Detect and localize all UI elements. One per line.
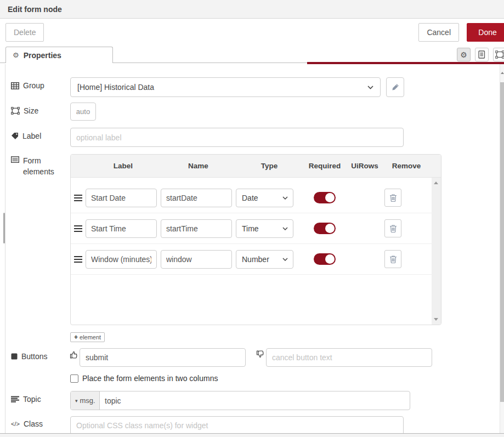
group-select[interactable]: [Home] Historical Data — [70, 77, 381, 97]
group-field-label: Group — [11, 81, 44, 90]
square-icon — [11, 353, 18, 360]
properties-form: Group [Home] Historical Data Size auto L… — [5, 64, 504, 433]
topic-value[interactable]: topic — [100, 396, 121, 405]
appearance-tab-button[interactable] — [493, 48, 504, 61]
element-name-input[interactable] — [161, 189, 232, 207]
thumbs-down-icon — [256, 350, 265, 359]
form-element-row: Number — [71, 244, 441, 275]
tag-icon — [11, 132, 19, 140]
gear-icon: ⚙ — [13, 51, 19, 59]
tray-footer — [0, 433, 504, 437]
delete-button[interactable]: Delete — [5, 23, 44, 42]
scroll-up-icon[interactable] — [501, 72, 504, 74]
topic-prefix-label: msg. — [80, 396, 95, 405]
page-scrollbar[interactable] — [500, 64, 504, 433]
remove-element-button[interactable] — [384, 219, 401, 237]
plus-icon: + — [74, 333, 78, 341]
col-label: Label — [86, 162, 161, 170]
list-icon — [11, 156, 19, 163]
element-label-input[interactable] — [86, 219, 157, 238]
label-input[interactable] — [70, 128, 404, 147]
cancel-button-text-input[interactable] — [266, 348, 432, 367]
red-accent-line — [307, 62, 504, 64]
required-toggle[interactable] — [314, 253, 336, 265]
tab-properties-label: Properties — [24, 51, 61, 60]
remove-element-button[interactable] — [384, 250, 401, 268]
scroll-down-icon[interactable] — [434, 318, 438, 321]
form-elements-header: Label Name Type Required UiRows Remove — [71, 155, 441, 178]
form-elements-body: Date Time — [71, 178, 441, 325]
form-element-row: Time — [71, 213, 441, 244]
col-uirows: UiRows — [347, 162, 383, 170]
label-field-label: Label — [11, 132, 41, 140]
table-grid-icon — [11, 82, 19, 89]
chevron-down-icon — [282, 258, 288, 261]
drag-handle-icon[interactable] — [74, 225, 82, 232]
required-toggle[interactable] — [314, 223, 336, 234]
topic-field-label: Topic — [11, 395, 41, 404]
dialog-header: Edit form node — [0, 0, 504, 19]
size-button[interactable]: auto — [70, 103, 96, 121]
chevron-down-icon — [367, 86, 373, 89]
col-required: Required — [303, 162, 347, 170]
document-icon — [478, 50, 485, 59]
add-element-button[interactable]: + element — [70, 332, 105, 342]
topic-typed-input: ▾ msg. topic — [70, 391, 410, 410]
done-button[interactable]: Done — [467, 23, 504, 42]
col-type: Type — [236, 162, 303, 170]
submit-button-text-input[interactable] — [80, 348, 246, 367]
element-type-select[interactable]: Date — [236, 189, 293, 207]
element-type-value: Number — [242, 255, 269, 264]
two-columns-checkbox[interactable] — [70, 374, 78, 383]
object-group-icon — [11, 107, 20, 115]
size-field-label: Size — [11, 106, 38, 115]
class-input[interactable] — [70, 416, 404, 433]
chevron-down-icon — [282, 196, 288, 200]
tray-resize-handle[interactable] — [3, 213, 5, 243]
page-scrollbar-thumb[interactable] — [500, 82, 504, 402]
remove-element-button[interactable] — [384, 189, 401, 207]
element-type-value: Date — [242, 194, 258, 202]
trash-icon — [389, 194, 397, 202]
form-element-row: Date — [71, 183, 441, 213]
drag-handle-icon[interactable] — [74, 256, 82, 263]
tab-bar: ⚙ Properties ⚙ — [0, 47, 504, 63]
element-label-input[interactable] — [86, 250, 157, 269]
scroll-up-icon[interactable] — [434, 181, 438, 184]
trash-icon — [389, 255, 397, 264]
col-remove: Remove — [383, 162, 430, 170]
form-elements-table: Label Name Type Required UiRows Remove D… — [70, 154, 441, 325]
dialog-title: Edit form node — [8, 5, 62, 14]
edit-group-button[interactable] — [386, 77, 404, 97]
group-select-value: [Home] Historical Data — [77, 83, 154, 92]
caret-down-icon: ▾ — [75, 398, 78, 404]
gear-icon: ⚙ — [460, 50, 467, 59]
element-name-input[interactable] — [161, 219, 232, 238]
tab-properties[interactable]: ⚙ Properties — [5, 47, 113, 63]
topic-type-selector[interactable]: ▾ msg. — [71, 391, 100, 410]
element-type-value: Time — [242, 224, 259, 233]
thumbs-up-icon — [70, 350, 79, 359]
col-name: Name — [161, 162, 236, 170]
two-columns-label[interactable]: Place the form elements in two columns — [82, 374, 218, 383]
list-bars-icon — [11, 396, 19, 402]
appearance-icon — [495, 50, 504, 59]
chevron-down-icon — [282, 227, 288, 230]
element-name-input[interactable] — [161, 250, 232, 269]
buttons-field-label: Buttons — [11, 352, 47, 361]
element-type-select[interactable]: Time — [236, 219, 293, 238]
form-elements-label: Form elements — [11, 155, 57, 178]
required-toggle[interactable] — [314, 192, 336, 203]
dialog-toolbar: Delete Cancel Done — [0, 19, 504, 47]
code-icon: </> — [11, 421, 20, 427]
properties-tab-button[interactable]: ⚙ — [457, 48, 471, 61]
trash-icon — [389, 224, 397, 233]
description-tab-button[interactable] — [475, 48, 489, 61]
pencil-icon — [392, 83, 399, 91]
table-scrollbar[interactable] — [432, 178, 441, 325]
element-label-input[interactable] — [86, 189, 157, 207]
element-type-select[interactable]: Number — [236, 250, 293, 269]
cancel-button[interactable]: Cancel — [418, 23, 459, 42]
class-field-label: </> Class — [11, 419, 43, 428]
drag-handle-icon[interactable] — [74, 195, 82, 201]
